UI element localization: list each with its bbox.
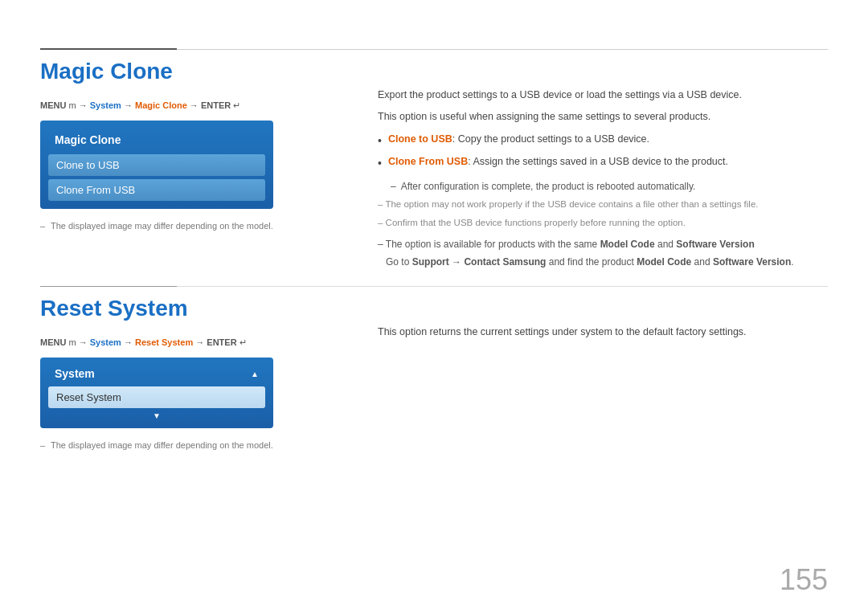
- enter-label: ENTER: [201, 100, 233, 110]
- reset-arrow2: →: [124, 337, 135, 347]
- model-code-1: Model Code: [600, 239, 655, 250]
- arrow-up-icon: ▲: [251, 370, 259, 378]
- gray-note-1: – The option may not work properly if th…: [378, 197, 828, 213]
- arrow2: →: [124, 100, 135, 110]
- support-link: Support: [412, 256, 449, 268]
- arrow1: →: [79, 100, 90, 110]
- menu-label: MENU: [40, 100, 68, 110]
- magic-clone-link: Magic Clone: [135, 100, 190, 110]
- software-version-2: Software Version: [713, 256, 791, 268]
- clone-to-usb-text: : Copy the product settings to a USB dev…: [452, 133, 649, 145]
- clone-from-usb-text: : Assign the settings saved in a USB dev…: [468, 156, 728, 167]
- reset-left-panel: Reset System MENU m → System → Reset Sys…: [40, 296, 338, 450]
- bullet-list: • Clone to USB: Copy the product setting…: [378, 131, 828, 174]
- enter-icon: ↵: [233, 100, 240, 110]
- bullet-dot-2: •: [378, 154, 382, 174]
- model-code-2: Model Code: [637, 256, 691, 268]
- system-panel-title: System ▲: [48, 362, 265, 385]
- reset-arrow3: →: [195, 337, 207, 347]
- clone-from-usb-label: Clone From USB: [388, 156, 468, 167]
- magic-clone-right-panel: Export the product settings to a USB dev…: [338, 59, 828, 270]
- reset-system-section: Reset System MENU m → System → Reset Sys…: [0, 296, 868, 450]
- magic-clone-left-panel: Magic Clone MENU m → System → Magic Clon…: [40, 59, 338, 270]
- arrow-row: ▼: [48, 411, 265, 420]
- clone-to-usb-label: Clone to USB: [388, 133, 452, 145]
- reset-system-title: Reset System: [40, 296, 338, 321]
- divider-light: [177, 49, 828, 50]
- page-container: Magic Clone MENU m → System → Magic Clon…: [0, 0, 868, 613]
- software-version-1: Software Version: [676, 239, 754, 250]
- top-dividers: [0, 48, 868, 51]
- reset-menu-label: MENU: [40, 337, 68, 347]
- reset-menu-path: MENU m → System → Reset System → ENTER ↵: [40, 337, 338, 348]
- page-number: 155: [780, 563, 828, 597]
- reset-enter-icon: ↵: [240, 337, 247, 347]
- right-line2: This option is useful when assigning the…: [378, 108, 828, 125]
- reset-system-link: System: [90, 337, 124, 347]
- gray-note-2: – Confirm that the USB device functions …: [378, 215, 828, 231]
- bullet-dot-1: •: [378, 132, 382, 151]
- reset-right-panel: This option returns the current settings…: [338, 296, 828, 450]
- magic-clone-section: Magic Clone MENU m → System → Magic Clon…: [0, 59, 868, 270]
- magic-clone-panel: Magic Clone Clone to USB Clone From USB: [40, 121, 273, 209]
- clone-from-usb-item[interactable]: Clone From USB: [48, 179, 265, 201]
- reset-note: – The displayed image may differ dependi…: [40, 440, 338, 450]
- bullet-item-1: • Clone to USB: Copy the product setting…: [378, 131, 828, 151]
- reset-menu-icon: m: [68, 337, 78, 347]
- contact-samsung-link: Contact Samsung: [464, 256, 546, 268]
- clone-to-usb-item[interactable]: Clone to USB: [48, 154, 265, 176]
- reset-right-line1: This option returns the current settings…: [378, 324, 828, 341]
- reset-system-item[interactable]: Reset System: [48, 386, 265, 408]
- system-link: System: [90, 100, 124, 110]
- panel-title: Magic Clone: [48, 129, 265, 151]
- system-panel: System ▲ Reset System ▼: [40, 358, 273, 428]
- arrow3: →: [190, 100, 201, 110]
- reset-section-link: Reset System: [135, 337, 195, 347]
- sub-note: – After configuration is complete, the p…: [391, 178, 828, 194]
- available-note: – The option is available for products w…: [378, 236, 828, 252]
- bullet-item-2: • Clone From USB: Assign the settings sa…: [378, 153, 828, 174]
- bullet-1-content: Clone to USB: Copy the product settings …: [388, 131, 649, 148]
- magic-clone-note: – The displayed image may differ dependi…: [40, 221, 338, 231]
- available-sub: Go to Support → Contact Samsung and find…: [378, 254, 828, 270]
- divider-dark: [40, 48, 177, 50]
- arrow-down-icon: ▼: [153, 411, 161, 420]
- section-divider: [0, 286, 868, 288]
- magic-clone-title: Magic Clone: [40, 59, 338, 84]
- menu-icon: m: [68, 100, 78, 110]
- reset-enter-label: ENTER: [207, 337, 239, 347]
- bullet-2-content: Clone From USB: Assign the settings save…: [388, 153, 728, 170]
- reset-arrow1: →: [79, 337, 90, 347]
- right-line1: Export the product settings to a USB dev…: [378, 87, 828, 104]
- magic-clone-menu-path: MENU m → System → Magic Clone → ENTER ↵: [40, 100, 338, 111]
